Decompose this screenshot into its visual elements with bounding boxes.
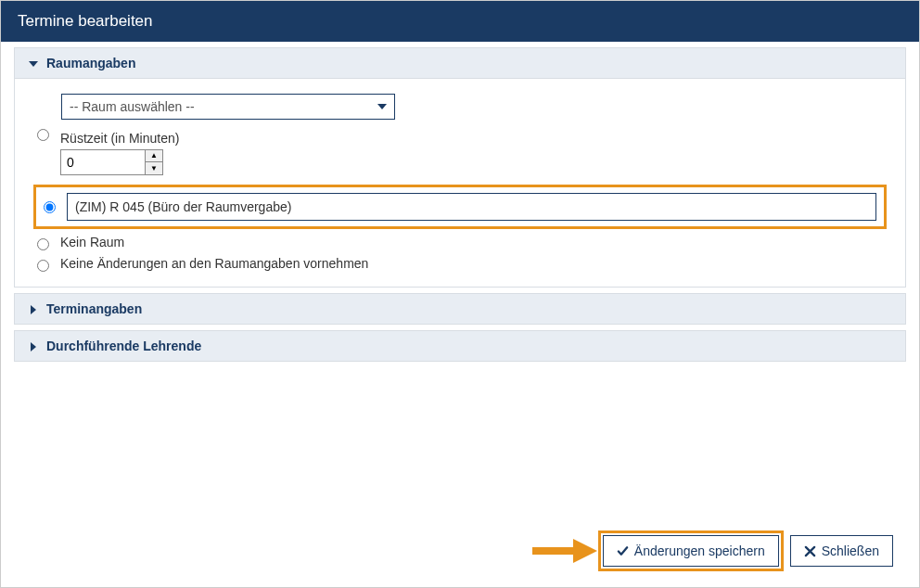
dialog-title: Termine bearbeiten: [1, 1, 919, 42]
save-button[interactable]: Änderungen speichern: [603, 535, 779, 567]
close-icon: [804, 545, 816, 557]
ruestzeit-input[interactable]: [61, 150, 145, 174]
save-button-label: Änderungen speichern: [634, 543, 765, 558]
panel-header-raumangaben[interactable]: Raumangaben: [14, 47, 906, 79]
check-icon: [617, 545, 629, 557]
panel-header-terminangaben[interactable]: Terminangaben: [14, 293, 906, 325]
dialog-body: Raumangaben -- Raum auswählen -- Rüstzei…: [1, 42, 919, 522]
chevron-right-icon: [28, 303, 39, 314]
room-radio-select[interactable]: [37, 129, 49, 141]
room-freetext-highlight: [33, 185, 887, 229]
panel-title-lehrende: Durchführende Lehrende: [46, 339, 201, 353]
chevron-right-icon: [28, 340, 39, 352]
annotation-arrow-icon: [532, 539, 597, 563]
room-freetext-input[interactable]: [67, 193, 876, 221]
spinner-down-button[interactable]: ▼: [146, 162, 162, 174]
room-none-label: Kein Raum: [60, 235, 124, 249]
close-button-label: Schließen: [822, 543, 879, 558]
panel-header-lehrende[interactable]: Durchführende Lehrende: [14, 330, 906, 362]
room-radio-nochange[interactable]: [37, 260, 49, 272]
room-option-none-row: Kein Raum: [37, 235, 883, 250]
panel-title-raumangaben: Raumangaben: [46, 56, 135, 70]
room-radio-none[interactable]: [37, 238, 49, 250]
chevron-down-icon: [28, 58, 39, 69]
room-select[interactable]: -- Raum auswählen --: [61, 94, 395, 120]
panel-content-raumangaben: -- Raum auswählen -- Rüstzeit (in Minute…: [14, 79, 906, 288]
room-option-select-row: Rüstzeit (in Minuten) ▲ ▼: [37, 125, 883, 175]
dialog-footer: Änderungen speichern Schließen: [1, 522, 919, 587]
ruestzeit-label: Rüstzeit (in Minuten): [60, 131, 883, 146]
room-nochange-label: Keine Änderungen an den Raumangaben vorn…: [60, 256, 368, 271]
edit-appointments-dialog: Termine bearbeiten Raumangaben -- Raum a…: [0, 0, 920, 588]
room-option-nochange-row: Keine Änderungen an den Raumangaben vorn…: [37, 256, 883, 272]
ruestzeit-spinner: ▲ ▼: [145, 150, 162, 174]
spinner-up-button[interactable]: ▲: [146, 150, 162, 162]
close-button[interactable]: Schließen: [790, 535, 893, 567]
panel-title-terminangaben: Terminangaben: [46, 301, 142, 316]
svg-rect-0: [532, 547, 577, 555]
room-radio-freetext[interactable]: [44, 201, 56, 213]
ruestzeit-stepper: ▲ ▼: [60, 149, 163, 175]
